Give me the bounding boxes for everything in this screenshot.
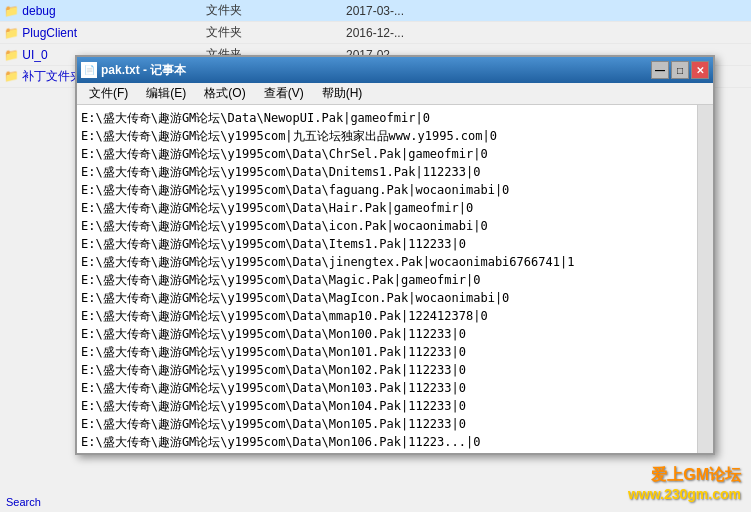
menu-file[interactable]: 文件(F): [81, 83, 136, 104]
bottom-labels: Search: [0, 492, 75, 512]
file-row[interactable]: 📁 debug 文件夹 2017-03-...: [0, 0, 751, 22]
notepad-icon: 📄: [81, 62, 97, 78]
scrollbar[interactable]: [697, 105, 713, 453]
file-date: 2016-12-...: [284, 26, 404, 40]
notepad-window: 📄 pak.txt - 记事本 — □ ✕ 文件(F) 编辑(E) 格式(O) …: [75, 55, 715, 455]
maximize-button[interactable]: □: [671, 61, 689, 79]
content-area: E:\盛大传奇\趣游GM论坛\Data\NewopUI.Pak|gameofmi…: [77, 105, 713, 453]
menu-bar: 文件(F) 编辑(E) 格式(O) 查看(V) 帮助(H): [77, 83, 713, 105]
menu-help[interactable]: 帮助(H): [314, 83, 371, 104]
file-name: 📁 debug: [4, 4, 164, 18]
file-name: 📁 PlugClient: [4, 26, 164, 40]
menu-format[interactable]: 格式(O): [196, 83, 253, 104]
title-bar-text: 📄 pak.txt - 记事本: [81, 62, 186, 79]
menu-edit[interactable]: 编辑(E): [138, 83, 194, 104]
window-title: pak.txt - 记事本: [101, 62, 186, 79]
file-date: 2017-03-...: [284, 4, 404, 18]
text-content[interactable]: E:\盛大传奇\趣游GM论坛\Data\NewopUI.Pak|gameofmi…: [77, 105, 697, 453]
close-button[interactable]: ✕: [691, 61, 709, 79]
file-type: 文件夹: [164, 2, 284, 19]
menu-view[interactable]: 查看(V): [256, 83, 312, 104]
file-row[interactable]: 📁 PlugClient 文件夹 2016-12-...: [0, 22, 751, 44]
file-type: 文件夹: [164, 24, 284, 41]
minimize-button[interactable]: —: [651, 61, 669, 79]
search-label[interactable]: Search: [2, 494, 73, 510]
title-buttons: — □ ✕: [651, 61, 709, 79]
title-bar: 📄 pak.txt - 记事本 — □ ✕: [77, 57, 713, 83]
